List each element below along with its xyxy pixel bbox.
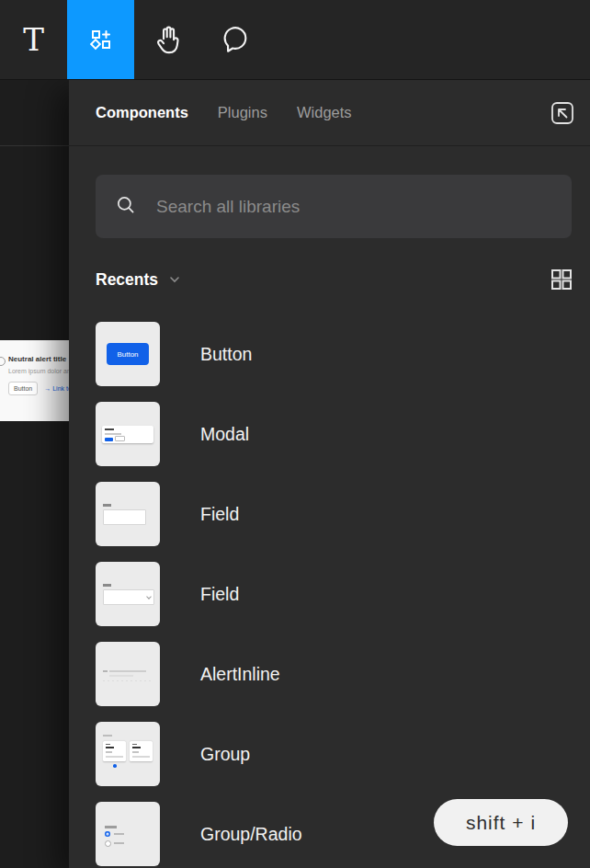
toolbar: T: [0, 0, 590, 80]
component-thumbnail[interactable]: [96, 402, 160, 466]
recents-header: Recents: [96, 264, 575, 295]
alert-button[interactable]: Button: [8, 382, 38, 395]
search-bar[interactable]: [96, 175, 572, 238]
component-label: Modal: [200, 424, 249, 445]
component-thumbnail[interactable]: [96, 642, 160, 706]
component-list-item[interactable]: Field: [96, 474, 590, 554]
tab-components[interactable]: Components: [96, 104, 188, 121]
tab-plugins[interactable]: Plugins: [218, 104, 267, 121]
search-input[interactable]: [154, 196, 553, 218]
info-icon: [0, 357, 6, 366]
chevron-down-icon[interactable]: [167, 272, 182, 287]
alert-title: Neutral alert title: [8, 355, 66, 363]
hand-icon: [153, 24, 184, 55]
component-list: ButtonButtonModalFieldFieldAlertInlineGr…: [96, 314, 590, 868]
hand-tool-button[interactable]: [134, 0, 201, 79]
component-list-item[interactable]: AlertInline: [96, 634, 590, 714]
arrow-up-left-icon: [549, 99, 576, 127]
comment-tool-button[interactable]: [201, 0, 268, 79]
recents-title[interactable]: Recents: [96, 270, 158, 290]
components-panel: Components Plugins Widgets Recents: [69, 80, 590, 868]
component-label: Field: [200, 584, 239, 605]
component-thumbnail[interactable]: [96, 562, 160, 626]
canvas-alert-card[interactable]: Neutral alert title Lorem ipsum dolor am…: [0, 340, 69, 421]
canvas-frame-edge: [0, 145, 69, 146]
assets-tool-button[interactable]: [67, 0, 134, 79]
components-icon: [86, 25, 116, 54]
search-icon: [114, 193, 138, 221]
component-list-item[interactable]: Modal: [96, 394, 590, 474]
shortcut-hint-badge: shift + i: [434, 799, 568, 846]
pop-out-button[interactable]: [548, 98, 577, 128]
text-tool-icon: T: [23, 24, 44, 55]
comment-bubble-icon: [220, 24, 251, 55]
component-label: Field: [200, 504, 239, 525]
panel-tabs: Components Plugins Widgets: [69, 80, 590, 146]
component-list-item[interactable]: ButtonButton: [96, 314, 590, 394]
component-label: AlertInline: [200, 664, 280, 685]
grid-icon: [550, 268, 573, 291]
alert-body: Lorem ipsum dolor amet consect: [8, 368, 69, 374]
component-label: Button: [200, 344, 252, 365]
component-list-item[interactable]: Group: [96, 714, 590, 794]
component-label: Group/Radio: [200, 824, 302, 845]
grid-view-toggle[interactable]: [548, 266, 575, 293]
component-label: Group: [200, 744, 250, 765]
component-list-item[interactable]: Field: [96, 554, 590, 634]
tab-widgets[interactable]: Widgets: [297, 104, 352, 121]
component-thumbnail[interactable]: [96, 802, 160, 866]
component-thumbnail[interactable]: Button: [96, 322, 160, 386]
component-thumbnail[interactable]: [96, 482, 160, 546]
text-tool-button[interactable]: T: [0, 0, 67, 79]
alert-link[interactable]: → Link text: [44, 385, 69, 392]
component-thumbnail[interactable]: [96, 722, 160, 786]
